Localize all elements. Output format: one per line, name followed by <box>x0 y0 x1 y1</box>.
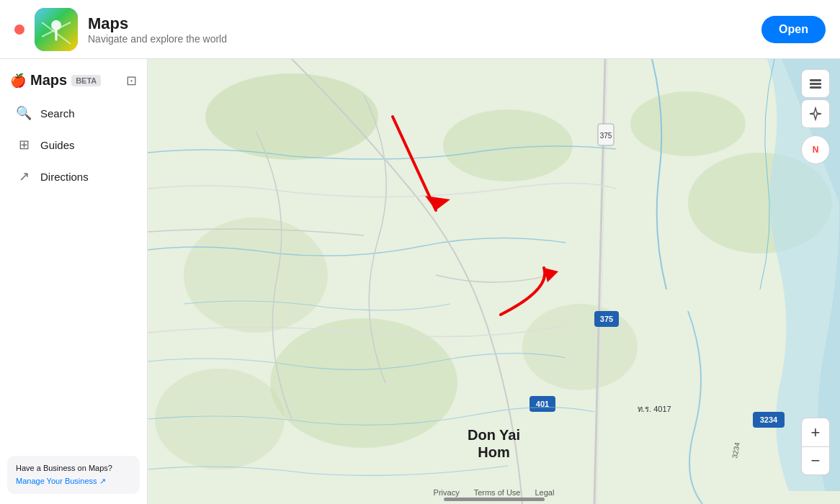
svg-rect-29 <box>810 86 821 89</box>
layers-icon <box>808 76 823 91</box>
open-button[interactable]: Open <box>761 16 826 43</box>
privacy-link[interactable]: Privacy <box>434 488 460 497</box>
svg-rect-27 <box>810 79 821 81</box>
maps-logo: 🍎 Maps BETA <box>10 72 101 89</box>
location-icon <box>808 107 823 121</box>
sidebar-item-guides[interactable]: ⊞ Guides <box>4 130 143 160</box>
svg-point-6 <box>443 109 573 181</box>
apple-icon: 🍎 <box>10 73 26 89</box>
svg-text:375: 375 <box>600 132 612 140</box>
close-button[interactable] <box>14 24 24 35</box>
map-footer: Privacy Terms of Use Legal <box>434 488 555 497</box>
zoom-in-button[interactable]: + <box>801 418 830 446</box>
svg-text:3234: 3234 <box>760 415 778 424</box>
guides-label: Guides <box>40 139 75 151</box>
svg-point-5 <box>205 73 378 160</box>
svg-rect-28 <box>810 83 821 85</box>
svg-point-10 <box>270 318 457 448</box>
sidebar-item-search[interactable]: 🔍 Search <box>4 98 143 128</box>
svg-text:375: 375 <box>600 315 613 323</box>
beta-badge: BETA <box>71 75 101 86</box>
zoom-out-button[interactable]: − <box>801 446 830 475</box>
compass-n-label: N <box>813 145 819 155</box>
main-content: 🍎 Maps BETA ⊡ 🔍 Search ⊞ Guides ↗ Direct… <box>0 59 840 504</box>
business-card-title: Have a Business on Maps? <box>16 463 131 474</box>
sidebar-header: 🍎 Maps BETA ⊡ <box>0 66 147 97</box>
sidebar: 🍎 Maps BETA ⊡ 🔍 Search ⊞ Guides ↗ Direct… <box>0 59 148 504</box>
legal-link[interactable]: Legal <box>535 488 554 497</box>
map-layers-button[interactable] <box>801 69 830 98</box>
business-card: Have a Business on Maps? Manage Your Bus… <box>7 456 140 494</box>
compass-button[interactable]: N <box>801 135 830 164</box>
location-button[interactable] <box>801 99 830 128</box>
svg-point-7 <box>630 91 746 156</box>
city-name: Don YaiHom <box>468 427 520 460</box>
search-label: Search <box>40 107 75 120</box>
svg-text:ท.ร. 4017: ท.ร. 4017 <box>638 405 671 413</box>
svg-point-11 <box>155 369 285 469</box>
scroll-indicator <box>444 498 545 501</box>
guides-icon: ⊞ <box>16 137 32 153</box>
app-title: Maps <box>88 14 227 33</box>
manage-business-link[interactable]: Manage Your Business ↗ <box>16 477 106 485</box>
maps-logo-text: Maps <box>30 72 67 89</box>
manage-link-arrow: ↗ <box>99 477 106 485</box>
app-icon <box>35 8 78 51</box>
sidebar-item-directions[interactable]: ↗ Directions <box>4 161 143 192</box>
terms-link[interactable]: Terms of Use <box>474 488 521 497</box>
directions-icon: ↗ <box>16 168 32 184</box>
app-subtitle: Navigate and explore the world <box>88 33 227 45</box>
map-area[interactable]: 375 375 401 ท.ร. 4017 3234 3234 <box>148 59 840 504</box>
svg-point-12 <box>522 304 638 390</box>
sidebar-toggle[interactable]: ⊡ <box>126 73 137 89</box>
city-label: Don YaiHom <box>468 426 520 461</box>
svg-point-9 <box>184 217 328 333</box>
search-icon: 🔍 <box>16 105 32 121</box>
app-info: Maps Navigate and explore the world <box>88 14 227 45</box>
zoom-controls: + − <box>801 418 830 475</box>
app-header: Maps Navigate and explore the world Open <box>0 0 840 59</box>
map-controls: N <box>801 69 830 164</box>
directions-label: Directions <box>40 171 89 183</box>
